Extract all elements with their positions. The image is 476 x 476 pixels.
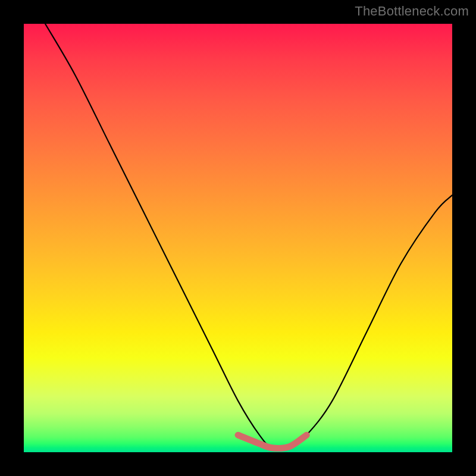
curve-red-segment: [238, 435, 306, 448]
chart-frame: TheBottleneck.com: [0, 0, 476, 476]
watermark-text: TheBottleneck.com: [355, 4, 469, 19]
chart-svg: [24, 24, 452, 452]
curve-black: [45, 24, 452, 450]
plot-area: [24, 24, 452, 452]
